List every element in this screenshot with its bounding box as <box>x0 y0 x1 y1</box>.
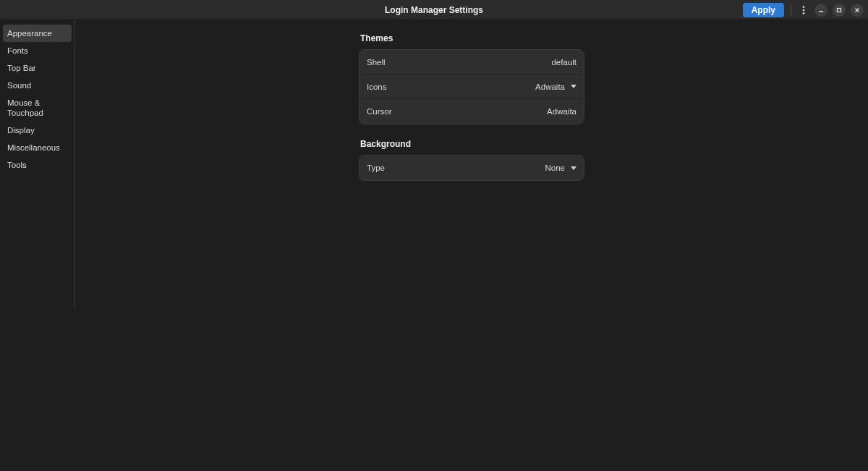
row-label: Type <box>367 164 385 172</box>
svg-point-1 <box>803 9 805 11</box>
sidebar-item-tools[interactable]: Tools <box>3 156 72 174</box>
minimize-button[interactable] <box>814 4 827 17</box>
row-label: Cursor <box>367 107 392 116</box>
window-title: Login Manager Settings <box>385 5 483 15</box>
row-cursor-theme[interactable]: Cursor Adwaita <box>359 99 584 124</box>
section-title-background: Background <box>360 139 584 149</box>
themes-list: Shell default Icons Adwaita Cursor Adwai <box>359 49 584 124</box>
svg-point-2 <box>803 12 805 14</box>
row-value: Adwaita <box>535 82 565 91</box>
svg-rect-4 <box>838 8 841 12</box>
sidebar-item-label: Top Bar <box>7 64 36 72</box>
sidebar-item-label: Tools <box>7 161 27 169</box>
header-actions: Apply <box>743 3 868 17</box>
chevron-down-icon <box>571 85 576 88</box>
row-label: Shell <box>367 58 386 67</box>
sidebar-item-appearance[interactable]: Appearance <box>3 25 72 42</box>
row-value: None <box>545 164 566 172</box>
sidebar-item-label: Fonts <box>7 46 28 55</box>
sidebar-item-label: Miscellaneous <box>7 143 60 152</box>
sidebar-item-label: Mouse & Touchpad <box>7 98 43 117</box>
row-icons-theme[interactable]: Icons Adwaita <box>359 75 584 99</box>
sidebar: Appearance Fonts Top Bar Sound Mouse & T… <box>0 20 75 310</box>
menu-icon[interactable] <box>798 4 809 16</box>
sidebar-item-label: Display <box>7 126 35 135</box>
sidebar-item-label: Sound <box>7 81 31 90</box>
row-value: Adwaita <box>547 107 576 116</box>
row-value: default <box>551 58 576 67</box>
sidebar-item-label: Appearance <box>7 29 52 38</box>
row-background-type[interactable]: Type None <box>359 156 584 180</box>
section-title-themes: Themes <box>360 33 584 43</box>
row-shell-theme[interactable]: Shell default <box>359 50 584 75</box>
chevron-down-icon <box>571 166 576 170</box>
sidebar-item-miscellaneous[interactable]: Miscellaneous <box>3 139 72 156</box>
apply-button[interactable]: Apply <box>743 3 784 17</box>
sidebar-item-top-bar[interactable]: Top Bar <box>3 59 72 77</box>
close-button[interactable] <box>851 4 864 17</box>
row-label: Icons <box>367 82 387 91</box>
svg-rect-3 <box>819 11 823 12</box>
content-area: Themes Shell default Icons Adwaita Cu <box>75 20 868 471</box>
background-list: Type None <box>359 155 584 181</box>
sidebar-item-mouse-touchpad[interactable]: Mouse & Touchpad <box>3 94 72 122</box>
titlebar: Login Manager Settings Apply <box>0 0 868 20</box>
sidebar-item-fonts[interactable]: Fonts <box>3 42 72 59</box>
svg-point-0 <box>803 6 805 8</box>
separator <box>791 4 791 17</box>
sidebar-item-sound[interactable]: Sound <box>3 77 72 94</box>
maximize-button[interactable] <box>833 4 846 17</box>
sidebar-item-display[interactable]: Display <box>3 122 72 139</box>
